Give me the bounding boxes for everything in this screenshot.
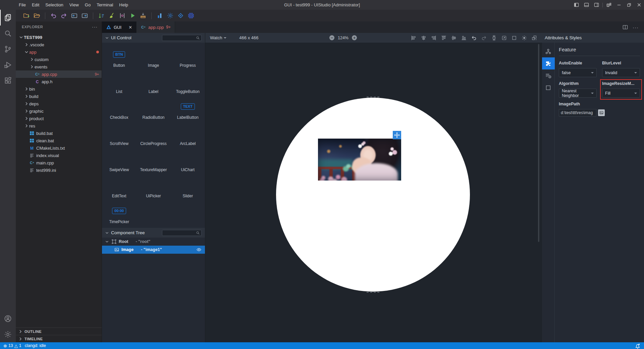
notifications-bell-icon[interactable] [635, 343, 641, 348]
palette-item-radiobutton[interactable]: RadioButton [136, 97, 170, 123]
layout-sidebar-right-button[interactable] [591, 0, 601, 10]
ui-control-header[interactable]: UI Control [102, 33, 205, 43]
tab-gui[interactable]: GUI✕ [102, 21, 137, 33]
chip-button[interactable] [186, 11, 196, 20]
menu-help[interactable]: Help [116, 0, 131, 10]
layout-custom-button[interactable] [604, 0, 614, 10]
visibility-eye-icon[interactable] [196, 247, 202, 252]
minimize-button[interactable] [614, 0, 624, 10]
tree-item-product[interactable]: product [16, 115, 102, 122]
tree-item-cmakelists-txt[interactable]: MCMakeLists.txt [16, 144, 102, 152]
undo-button[interactable] [49, 11, 58, 20]
run-button[interactable] [128, 11, 137, 20]
transform-button[interactable] [531, 35, 537, 41]
align-center-horizontal-button[interactable] [421, 35, 427, 41]
split-editor-button[interactable] [623, 24, 628, 30]
tree-item-custom[interactable]: custom [16, 56, 102, 63]
watch-mode-button[interactable] [491, 35, 497, 41]
palette-item-arclabel[interactable]: ArcLabel [171, 123, 205, 149]
new-folder-button[interactable] [22, 11, 31, 20]
clangd-status[interactable]: clangd: idle [25, 343, 46, 348]
palette-item-timepicker[interactable]: 00:00TimePicker [102, 202, 136, 228]
field-select[interactable]: false [559, 68, 597, 77]
tree-item-build[interactable]: build [16, 93, 102, 100]
attributes-tab-puzzle[interactable] [542, 57, 555, 69]
attributes-tab-share-org[interactable] [542, 45, 555, 57]
attributes-tab-border-box[interactable] [542, 82, 555, 94]
format-pipeline-button[interactable] [118, 11, 127, 20]
ui-control-search-input[interactable] [162, 35, 202, 41]
palette-item-button[interactable]: BTNButton [102, 45, 136, 71]
component-tree-header[interactable]: Component Tree [102, 228, 205, 238]
tree-item-build-bat[interactable]: build.bat [16, 130, 102, 137]
palette-item-list[interactable]: List [102, 71, 136, 97]
canvas-vertical-scrollbar[interactable] [538, 44, 539, 242]
layout-sidebar-left-button[interactable] [571, 0, 581, 10]
menu-view[interactable]: View [66, 0, 82, 10]
tree-item-events[interactable]: events [16, 63, 102, 70]
palette-item-texturemapper[interactable]: TextureMapper [136, 150, 170, 176]
deploy-package-button[interactable] [139, 11, 148, 20]
watch-dropdown[interactable]: Watch [210, 35, 226, 40]
palette-item-progress[interactable]: Progress [171, 45, 205, 71]
component-tree-row-image[interactable]: Image- "image1" [102, 246, 205, 254]
restore-button[interactable] [624, 0, 634, 10]
more-actions-button[interactable]: ··· [633, 24, 639, 30]
align-right-button[interactable] [431, 35, 437, 41]
window-next-button[interactable] [80, 11, 89, 20]
field-select[interactable]: Fill [602, 89, 640, 98]
palette-item-uipicker[interactable]: UiPicker [136, 176, 170, 202]
brightness-button[interactable] [521, 35, 527, 41]
activity-debug-button[interactable] [0, 57, 16, 73]
palette-item-circleprogress[interactable]: CircleProgress [136, 123, 170, 149]
palette-item-togglebutton[interactable]: ToggleButton [171, 71, 205, 97]
border-box-button[interactable] [511, 35, 517, 41]
palette-item-label[interactable]: Label [136, 71, 170, 97]
sidebar-section-timeline[interactable]: TIMELINE [16, 335, 102, 342]
palette-item-uichart[interactable]: UiChart [171, 150, 205, 176]
clean-broom-button[interactable] [107, 11, 116, 20]
tree-item--vscode[interactable]: .vscode [16, 41, 102, 48]
move-handle-icon[interactable] [393, 131, 401, 139]
open-folder-button[interactable] [32, 11, 41, 20]
menu-terminal[interactable]: Terminal [94, 0, 116, 10]
tree-item-app[interactable]: app [16, 48, 102, 56]
tree-item-graphic[interactable]: graphic [16, 107, 102, 115]
tree-item-index-visual[interactable]: index.visual [16, 152, 102, 159]
palette-item-checkbox[interactable]: CheckBox [102, 97, 136, 123]
problems-indicator[interactable]: ⊗ 13 △ 1 [3, 343, 21, 348]
redo-button[interactable] [59, 11, 68, 20]
tree-item-app-cpp[interactable]: Capp.cpp9+ [16, 70, 102, 78]
root-canvas-circle[interactable] [276, 98, 470, 292]
align-left-button[interactable] [411, 35, 417, 41]
palette-item-edittext[interactable]: EditText [102, 176, 136, 202]
chart-button[interactable] [155, 11, 164, 20]
undo-button[interactable] [471, 35, 477, 41]
tab-close-icon[interactable]: ✕ [128, 25, 132, 30]
activity-settings-gear-button[interactable] [0, 327, 16, 342]
diamond-button[interactable] [176, 11, 185, 20]
redo-button[interactable] [481, 35, 487, 41]
align-top-button[interactable] [441, 35, 447, 41]
palette-item-labelbutton[interactable]: TEXTLabelButton [171, 97, 205, 123]
menu-edit[interactable]: Edit [29, 0, 42, 10]
align-middle-vertical-button[interactable] [451, 35, 457, 41]
activity-source-control-button[interactable] [0, 41, 16, 57]
field-select[interactable]: Nearest Neighbor [559, 89, 597, 98]
window-prev-button[interactable] [70, 11, 79, 20]
tree-item-main-cpp[interactable]: Cmain.cpp [16, 159, 102, 166]
tree-item-bin[interactable]: bin [16, 85, 102, 93]
activity-files-button[interactable] [0, 10, 16, 26]
menu-selection[interactable]: Selection [42, 0, 66, 10]
field-select[interactable]: Invalid [602, 68, 640, 77]
sidebar-section-outline[interactable]: OUTLINE [16, 328, 102, 335]
activity-extensions-button[interactable] [0, 73, 16, 89]
tree-item-app-h[interactable]: Capp.h [16, 78, 102, 85]
palette-item-scrollview[interactable]: ScrollView [102, 123, 136, 149]
align-bottom-button[interactable] [461, 35, 467, 41]
sort-numeric-button[interactable] [97, 11, 106, 20]
activity-search-button[interactable] [0, 26, 16, 41]
attributes-tab-list-info[interactable] [542, 69, 555, 82]
explorer-more-actions-icon[interactable]: ··· [92, 24, 98, 30]
component-tree-search-input[interactable] [162, 230, 202, 236]
